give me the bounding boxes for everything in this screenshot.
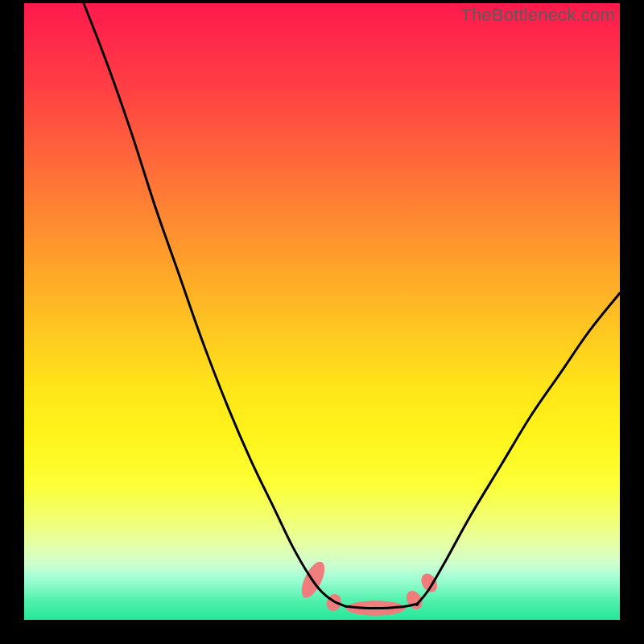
plot-frame [24,3,620,620]
bottleneck-curve [84,3,620,609]
watermark-text: TheBottleneck.com [460,5,615,26]
curve-svg [24,3,620,620]
